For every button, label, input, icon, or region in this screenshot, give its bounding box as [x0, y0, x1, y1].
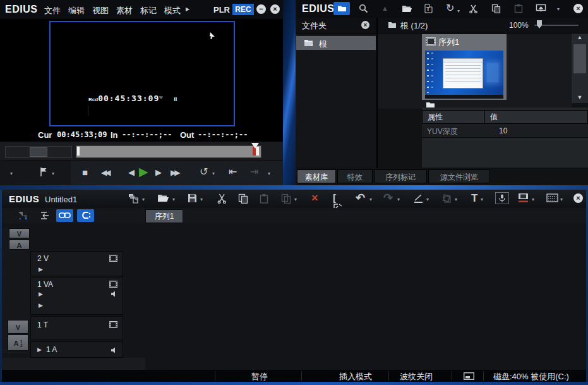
prev-frame-button[interactable]: ◀ [128, 168, 135, 176]
scroll-thumb[interactable] [573, 44, 586, 73]
save-project-icon[interactable] [188, 193, 197, 203]
insert-arrow-icon[interactable] [39, 211, 51, 221]
open-project-caret[interactable]: ▾ [172, 197, 175, 202]
stop-button[interactable]: ■ [82, 168, 88, 177]
undo-icon[interactable]: ↶ [356, 192, 365, 204]
rec-toggle[interactable]: REC [232, 4, 254, 15]
source-channel-a[interactable]: A [9, 240, 30, 250]
layouter-caret[interactable]: ▾ [455, 197, 457, 202]
next-frame-button[interactable]: ▶ [155, 168, 162, 176]
marker-caret[interactable]: ▾ [52, 171, 54, 176]
tab-source-browser[interactable]: 源文件浏览 [428, 169, 490, 183]
tab-bin[interactable]: 素材库 [297, 169, 336, 183]
track-header-1t[interactable]: 1 T [30, 316, 123, 340]
tab-sequence-marks[interactable]: 序列标记 [374, 169, 427, 183]
cut-clip-icon[interactable] [217, 193, 227, 204]
transport-options-caret[interactable]: ▾ [10, 171, 13, 176]
out-timecode[interactable]: --:--:--;-- [198, 130, 248, 139]
timeline-close-button[interactable]: × [573, 193, 583, 203]
track-1va-audio-icon[interactable] [111, 291, 117, 297]
tab-effects[interactable]: 特效 [337, 169, 373, 183]
thumbnail-size-slider[interactable] [534, 25, 579, 26]
player-minimize-button[interactable]: − [256, 4, 266, 14]
track-1va-video-icon[interactable] [109, 281, 117, 288]
copy-clip-icon[interactable] [238, 193, 248, 204]
render-icon[interactable] [518, 193, 529, 203]
shuttle-slider[interactable] [5, 146, 72, 158]
position-bar[interactable] [76, 145, 261, 158]
open-project-icon[interactable] [157, 194, 169, 202]
track-1va-expander2-icon[interactable]: ▶ [39, 303, 43, 309]
delete-clip-icon[interactable]: × [311, 192, 318, 204]
track-1t-video-icon[interactable] [109, 321, 117, 328]
refresh-icon[interactable]: ↻ [446, 3, 454, 13]
undo-caret[interactable]: ▾ [369, 197, 372, 202]
cur-timecode[interactable]: 00:45:33;09 [57, 130, 107, 139]
track-2v-video-icon[interactable] [109, 255, 117, 262]
transition-caret[interactable]: ▾ [426, 197, 429, 202]
status-insert-mode[interactable]: 插入模式 [339, 371, 372, 382]
track-header-1a[interactable]: ▶ 1 A [30, 341, 123, 358]
scroll-down-icon[interactable]: ▼ [572, 95, 588, 101]
new-sequence-caret[interactable]: ▾ [142, 197, 145, 202]
sequence-tab[interactable]: 序列1 [145, 209, 183, 223]
create-title-icon[interactable]: T [424, 4, 434, 13]
link-mode-button[interactable] [56, 209, 73, 222]
scroll-up-icon[interactable]: ▲ [572, 35, 588, 40]
folder-panel-close-icon[interactable]: × [361, 21, 369, 29]
property-row[interactable]: YUV深度 10 [422, 124, 588, 138]
track-header-1va[interactable]: 1 VA ▶ ▶ [30, 277, 123, 315]
in-timecode[interactable]: --:--:--;-- [122, 130, 172, 139]
menu-marker[interactable]: 标记 [140, 5, 157, 16]
copy-icon[interactable] [491, 4, 501, 13]
title-tool-caret[interactable]: ▾ [481, 197, 483, 202]
clip-tile-sequence[interactable]: 序列1 [422, 34, 507, 109]
refresh-caret[interactable]: ▾ [457, 9, 460, 14]
properties-header-property[interactable]: 属性 [422, 110, 485, 124]
keyboard-caret[interactable]: ▾ [560, 197, 563, 202]
bin-toolbar-caret[interactable]: ▾ [557, 7, 560, 12]
thumbnail-size-handle[interactable] [537, 20, 542, 28]
export-icon[interactable] [536, 4, 546, 13]
plr-label[interactable]: PLR [213, 5, 230, 15]
status-ripple-mode[interactable]: 波纹关闭 [400, 371, 433, 382]
layouter-icon[interactable] [441, 193, 452, 204]
cut-icon[interactable] [469, 4, 478, 13]
source-channel-v[interactable]: V [9, 228, 30, 238]
fast-forward-button[interactable]: ▶▶ [171, 169, 178, 176]
menu-edit[interactable]: 编辑 [68, 5, 85, 16]
redo-icon[interactable]: ↷ [383, 192, 393, 204]
track-header-2v[interactable]: 2 V ▶ [30, 251, 123, 276]
shuttle-handle[interactable] [30, 147, 47, 157]
render-caret[interactable]: ▾ [532, 197, 534, 202]
sequence-thumbnail[interactable] [425, 51, 503, 99]
default-transition-icon[interactable] [414, 193, 424, 204]
folder-item-root[interactable]: 根 [296, 36, 376, 50]
redo-caret[interactable]: ▾ [397, 197, 400, 202]
track-1va-expander-icon[interactable]: ▶ [39, 291, 43, 297]
patch-a12[interactable]: A 12 [8, 334, 28, 351]
menu-overflow-icon[interactable]: ▶ [186, 7, 189, 12]
open-folder-icon[interactable] [402, 5, 412, 13]
rewind-button[interactable]: ◀◀ [101, 169, 109, 176]
ripple-mode-button[interactable] [77, 209, 94, 222]
replace-caret[interactable]: ▾ [294, 197, 297, 202]
properties-header-value[interactable]: 值 [485, 110, 588, 124]
goto-out-button[interactable]: ⇥ [250, 167, 258, 177]
save-caret[interactable]: ▾ [200, 197, 203, 202]
title-tool-icon[interactable]: T [471, 193, 477, 204]
sync-mode-icon[interactable] [17, 211, 30, 221]
replace-clip-icon[interactable] [281, 193, 291, 204]
play-button[interactable]: ▶ [139, 166, 148, 178]
status-monitor-icon[interactable] [464, 372, 474, 380]
patch-v[interactable]: V [8, 320, 28, 334]
transport-more-caret[interactable]: ▾ [268, 171, 270, 176]
player-close-button[interactable]: × [270, 4, 280, 14]
folder-up-icon[interactable]: ▲ [381, 5, 388, 12]
menu-file[interactable]: 文件 [44, 5, 61, 16]
ripple-delete-icon[interactable]: [ [333, 193, 347, 204]
menu-clip[interactable]: 素材 [116, 5, 133, 16]
track-1a-audio-icon[interactable] [111, 347, 117, 353]
loop-playback-button[interactable]: ↺ [200, 167, 208, 177]
goto-in-button[interactable]: ⇤ [229, 167, 237, 177]
